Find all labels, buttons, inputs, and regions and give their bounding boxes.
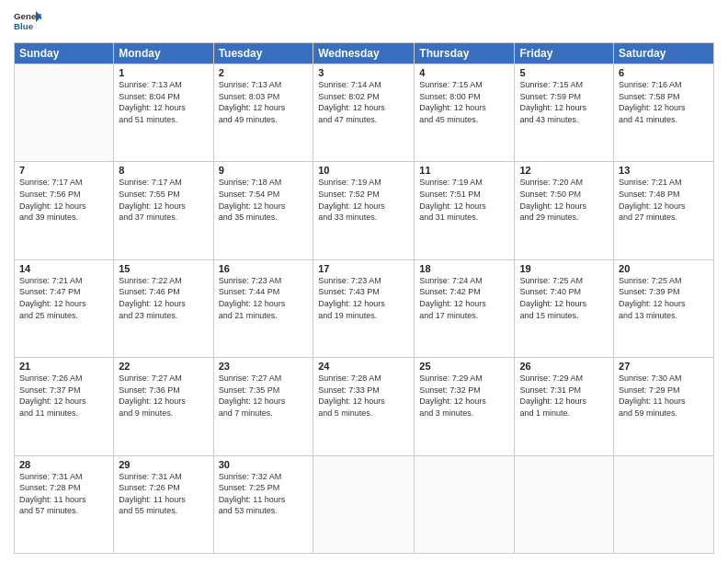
calendar-cell: 30Sunrise: 7:32 AM Sunset: 7:25 PM Dayli… — [213, 455, 313, 553]
day-number: 19 — [519, 263, 609, 274]
day-info: Sunrise: 7:29 AM Sunset: 7:32 PM Dayligh… — [419, 373, 509, 419]
day-number: 21 — [19, 361, 108, 372]
calendar-cell: 6Sunrise: 7:16 AM Sunset: 7:58 PM Daylig… — [614, 64, 714, 162]
day-number: 28 — [19, 459, 108, 470]
week-row-4: 21Sunrise: 7:26 AM Sunset: 7:37 PM Dayli… — [15, 358, 714, 455]
day-number: 5 — [519, 67, 609, 78]
calendar-cell: 28Sunrise: 7:31 AM Sunset: 7:28 PM Dayli… — [15, 455, 114, 553]
day-info: Sunrise: 7:19 AM Sunset: 7:52 PM Dayligh… — [318, 177, 409, 223]
day-number: 17 — [318, 263, 409, 274]
weekday-header-friday: Friday — [515, 43, 614, 64]
calendar-cell — [614, 455, 714, 553]
day-info: Sunrise: 7:31 AM Sunset: 7:26 PM Dayligh… — [119, 471, 208, 517]
week-row-2: 7Sunrise: 7:17 AM Sunset: 7:56 PM Daylig… — [15, 162, 714, 259]
day-info: Sunrise: 7:31 AM Sunset: 7:28 PM Dayligh… — [19, 471, 108, 517]
day-number: 30 — [219, 459, 309, 470]
logo-icon: General Blue — [14, 9, 41, 35]
calendar-cell: 3Sunrise: 7:14 AM Sunset: 8:02 PM Daylig… — [313, 64, 415, 162]
calendar-cell: 9Sunrise: 7:18 AM Sunset: 7:54 PM Daylig… — [213, 162, 313, 259]
calendar-cell: 14Sunrise: 7:21 AM Sunset: 7:47 PM Dayli… — [15, 259, 114, 357]
day-info: Sunrise: 7:32 AM Sunset: 7:25 PM Dayligh… — [219, 471, 309, 517]
day-number: 9 — [219, 165, 309, 176]
day-number: 16 — [219, 263, 309, 274]
day-info: Sunrise: 7:30 AM Sunset: 7:29 PM Dayligh… — [619, 373, 709, 419]
day-info: Sunrise: 7:23 AM Sunset: 7:44 PM Dayligh… — [219, 275, 309, 321]
day-info: Sunrise: 7:26 AM Sunset: 7:37 PM Dayligh… — [19, 373, 108, 419]
calendar-cell: 5Sunrise: 7:15 AM Sunset: 7:59 PM Daylig… — [515, 64, 614, 162]
weekday-header-tuesday: Tuesday — [213, 43, 313, 64]
day-number: 20 — [619, 263, 709, 274]
calendar-cell: 13Sunrise: 7:21 AM Sunset: 7:48 PM Dayli… — [614, 162, 714, 259]
day-info: Sunrise: 7:25 AM Sunset: 7:40 PM Dayligh… — [519, 275, 609, 321]
calendar-cell: 22Sunrise: 7:27 AM Sunset: 7:36 PM Dayli… — [114, 358, 213, 455]
calendar-cell: 11Sunrise: 7:19 AM Sunset: 7:51 PM Dayli… — [415, 162, 515, 259]
calendar-cell — [15, 64, 114, 162]
calendar-cell: 29Sunrise: 7:31 AM Sunset: 7:26 PM Dayli… — [114, 455, 213, 553]
day-info: Sunrise: 7:13 AM Sunset: 8:03 PM Dayligh… — [219, 79, 309, 125]
day-info: Sunrise: 7:19 AM Sunset: 7:51 PM Dayligh… — [419, 177, 509, 223]
day-number: 24 — [318, 361, 409, 372]
day-number: 14 — [19, 263, 108, 274]
day-number: 25 — [419, 361, 509, 372]
day-number: 15 — [119, 263, 208, 274]
weekday-header-wednesday: Wednesday — [313, 43, 415, 64]
day-number: 29 — [119, 459, 208, 470]
day-number: 27 — [619, 361, 709, 372]
day-info: Sunrise: 7:20 AM Sunset: 7:50 PM Dayligh… — [519, 177, 609, 223]
day-info: Sunrise: 7:25 AM Sunset: 7:39 PM Dayligh… — [619, 275, 709, 321]
calendar-cell — [415, 455, 515, 553]
weekday-header-monday: Monday — [114, 43, 213, 64]
weekday-header-sunday: Sunday — [15, 43, 114, 64]
day-info: Sunrise: 7:27 AM Sunset: 7:36 PM Dayligh… — [119, 373, 208, 419]
weekday-header-row: SundayMondayTuesdayWednesdayThursdayFrid… — [15, 43, 714, 64]
day-info: Sunrise: 7:28 AM Sunset: 7:33 PM Dayligh… — [318, 373, 409, 419]
day-info: Sunrise: 7:17 AM Sunset: 7:55 PM Dayligh… — [119, 177, 208, 223]
day-number: 7 — [19, 165, 108, 176]
svg-text:Blue: Blue — [14, 21, 34, 31]
calendar-cell: 10Sunrise: 7:19 AM Sunset: 7:52 PM Dayli… — [313, 162, 415, 259]
calendar-cell: 17Sunrise: 7:23 AM Sunset: 7:43 PM Dayli… — [313, 259, 415, 357]
calendar-cell: 24Sunrise: 7:28 AM Sunset: 7:33 PM Dayli… — [313, 358, 415, 455]
day-info: Sunrise: 7:22 AM Sunset: 7:46 PM Dayligh… — [119, 275, 208, 321]
calendar-cell: 20Sunrise: 7:25 AM Sunset: 7:39 PM Dayli… — [614, 259, 714, 357]
day-number: 10 — [318, 165, 409, 176]
calendar-cell: 7Sunrise: 7:17 AM Sunset: 7:56 PM Daylig… — [15, 162, 114, 259]
calendar-table: SundayMondayTuesdayWednesdayThursdayFrid… — [14, 42, 714, 554]
day-number: 6 — [619, 67, 709, 78]
day-info: Sunrise: 7:14 AM Sunset: 8:02 PM Dayligh… — [318, 79, 409, 125]
day-info: Sunrise: 7:15 AM Sunset: 7:59 PM Dayligh… — [519, 79, 609, 125]
day-info: Sunrise: 7:29 AM Sunset: 7:31 PM Dayligh… — [519, 373, 609, 419]
day-number: 2 — [219, 67, 309, 78]
day-number: 22 — [119, 361, 208, 372]
day-info: Sunrise: 7:24 AM Sunset: 7:42 PM Dayligh… — [419, 275, 509, 321]
week-row-3: 14Sunrise: 7:21 AM Sunset: 7:47 PM Dayli… — [15, 259, 714, 357]
header: General Blue — [14, 9, 714, 35]
day-number: 23 — [219, 361, 309, 372]
day-info: Sunrise: 7:17 AM Sunset: 7:56 PM Dayligh… — [19, 177, 108, 223]
calendar-cell: 15Sunrise: 7:22 AM Sunset: 7:46 PM Dayli… — [114, 259, 213, 357]
calendar-cell: 19Sunrise: 7:25 AM Sunset: 7:40 PM Dayli… — [515, 259, 614, 357]
calendar-cell: 2Sunrise: 7:13 AM Sunset: 8:03 PM Daylig… — [213, 64, 313, 162]
logo: General Blue — [14, 9, 41, 35]
day-number: 12 — [519, 165, 609, 176]
day-number: 18 — [419, 263, 509, 274]
calendar-cell: 4Sunrise: 7:15 AM Sunset: 8:00 PM Daylig… — [415, 64, 515, 162]
day-number: 11 — [419, 165, 509, 176]
calendar-cell — [313, 455, 415, 553]
week-row-1: 1Sunrise: 7:13 AM Sunset: 8:04 PM Daylig… — [15, 64, 714, 162]
day-number: 8 — [119, 165, 208, 176]
calendar-cell: 25Sunrise: 7:29 AM Sunset: 7:32 PM Dayli… — [415, 358, 515, 455]
day-info: Sunrise: 7:21 AM Sunset: 7:48 PM Dayligh… — [619, 177, 709, 223]
day-number: 13 — [619, 165, 709, 176]
calendar-cell: 1Sunrise: 7:13 AM Sunset: 8:04 PM Daylig… — [114, 64, 213, 162]
week-row-5: 28Sunrise: 7:31 AM Sunset: 7:28 PM Dayli… — [15, 455, 714, 553]
day-number: 1 — [119, 67, 208, 78]
calendar-cell — [515, 455, 614, 553]
day-info: Sunrise: 7:18 AM Sunset: 7:54 PM Dayligh… — [219, 177, 309, 223]
weekday-header-saturday: Saturday — [614, 43, 714, 64]
calendar-cell: 18Sunrise: 7:24 AM Sunset: 7:42 PM Dayli… — [415, 259, 515, 357]
day-info: Sunrise: 7:27 AM Sunset: 7:35 PM Dayligh… — [219, 373, 309, 419]
calendar-cell: 8Sunrise: 7:17 AM Sunset: 7:55 PM Daylig… — [114, 162, 213, 259]
calendar-cell: 26Sunrise: 7:29 AM Sunset: 7:31 PM Dayli… — [515, 358, 614, 455]
calendar-cell: 27Sunrise: 7:30 AM Sunset: 7:29 PM Dayli… — [614, 358, 714, 455]
